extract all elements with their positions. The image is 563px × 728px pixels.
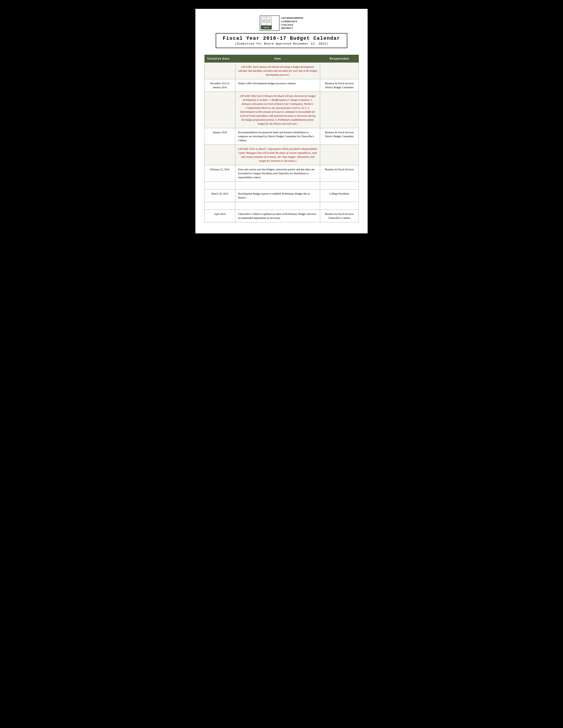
table-row: December 2015 to January 2016District of… xyxy=(204,79,359,92)
spacer-cell xyxy=(320,202,359,210)
resp-cell: Business & Fiscal ServicesDistrict Budge… xyxy=(320,79,359,92)
note-item-cell: (AP 6200: Each January the Board will ad… xyxy=(235,63,320,79)
date-cell: April 2016 xyxy=(204,210,235,222)
resp-cell xyxy=(320,92,359,128)
table-row: (AP 6200: Prior to March 1 information w… xyxy=(204,145,359,165)
table-row: (AP 6200: [By] Each February the Board w… xyxy=(204,92,359,128)
table-row: February 22, 2016Prior and current year … xyxy=(204,165,359,182)
logo-area: sbccd San Bernardino Community College D… xyxy=(259,15,304,31)
item-cell: Prior and current year line budgets, ins… xyxy=(235,165,320,182)
item-cell: Recommendations for projected funds and … xyxy=(235,128,320,145)
spacer-cell xyxy=(235,182,320,190)
page: sbccd San Bernardino Community College D… xyxy=(195,9,368,233)
table-row xyxy=(204,182,359,190)
district-name: San Bernardino Community College Distric… xyxy=(281,16,304,30)
spacer-cell xyxy=(204,202,235,210)
spacer-cell xyxy=(235,202,320,210)
table-row: April 2016Chancellor's Cabinet is update… xyxy=(204,210,359,222)
spacer-cell xyxy=(320,182,359,190)
resp-cell xyxy=(320,145,359,165)
table-header-row: Tentative Date Item Responsible xyxy=(204,55,359,63)
page-header: sbccd San Bernardino Community College D… xyxy=(204,15,359,48)
table-row: January 2016Recommendations for projecte… xyxy=(204,128,359,145)
resp-cell: Business & Fiscal ServicesDistrict Budge… xyxy=(320,128,359,145)
spacer-cell xyxy=(204,182,235,190)
table-row xyxy=(204,202,359,210)
page-subtitle: (Submitted for Board Approved November 1… xyxy=(223,42,340,45)
date-cell xyxy=(204,92,235,128)
col-header-item: Item xyxy=(235,55,320,63)
budget-table: Tentative Date Item Responsible (AP 6200… xyxy=(204,55,359,222)
col-header-date: Tentative Date xyxy=(204,55,235,63)
date-cell: March 28, 2016 xyxy=(204,190,235,202)
svg-text:sbccd: sbccd xyxy=(263,26,269,28)
table-row: (AP 6200: Each January the Board will ad… xyxy=(204,63,359,79)
table-row: March 28, 2016Development Budget reports… xyxy=(204,190,359,202)
page-title: Fiscal Year 2016-17 Budget Calendar xyxy=(223,36,340,41)
date-cell: February 22, 2016 xyxy=(204,165,235,182)
date-cell: January 2016 xyxy=(204,128,235,145)
resp-cell: College Presidents xyxy=(320,190,359,202)
col-header-responsible: Responsible xyxy=(320,55,359,63)
item-cell: Development Budget reports to establish … xyxy=(235,190,320,202)
title-box: Fiscal Year 2016-17 Budget Calendar (Sub… xyxy=(216,33,347,48)
sbccd-logo-icon: sbccd xyxy=(261,17,278,30)
item-cell: Chancellor's Cabinet is updated on statu… xyxy=(235,210,320,222)
resp-cell: Business & Fiscal ServicesChancellor's C… xyxy=(320,210,359,222)
logo-box: sbccd xyxy=(259,15,279,31)
item-cell: District office development budget proce… xyxy=(235,79,320,92)
note-item-cell: (AP 6200: [By] Each February the Board w… xyxy=(235,92,320,128)
date-cell xyxy=(204,145,235,165)
resp-cell xyxy=(320,63,359,79)
date-cell xyxy=(204,63,235,79)
note-item-cell: (AP 6200: Prior to March 1 information w… xyxy=(235,145,320,165)
resp-cell: Business & Fiscal Services xyxy=(320,165,359,182)
date-cell: December 2015 to January 2016 xyxy=(204,79,235,92)
